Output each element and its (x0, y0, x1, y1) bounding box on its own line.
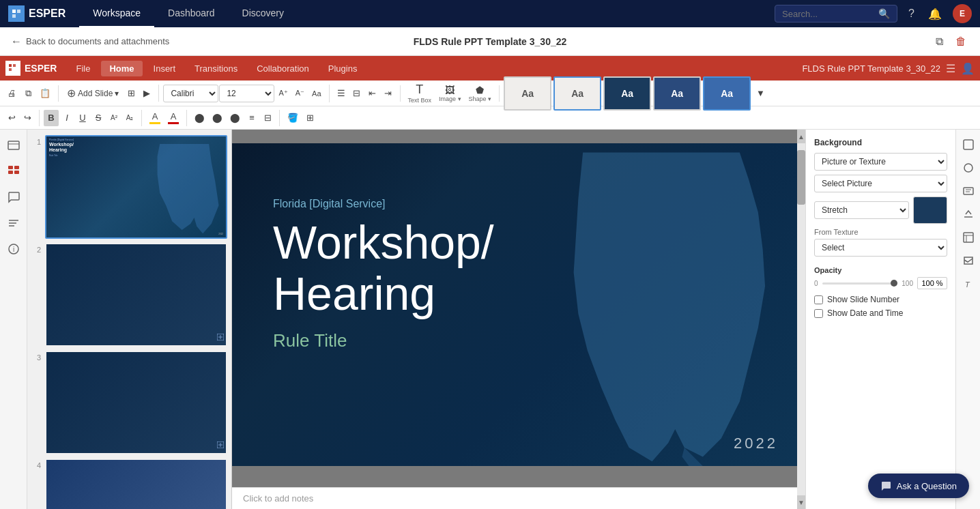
scroll-thumb[interactable] (797, 150, 805, 205)
font-decrease-btn[interactable]: A⁻ (292, 85, 308, 102)
right-icon-6[interactable] (959, 251, 978, 270)
theme-1[interactable]: Aa (504, 76, 551, 111)
slide-thumb-1[interactable]: Florida [Digital Service] Workshop/Heari… (45, 135, 227, 239)
opacity-value[interactable]: 100 % (917, 277, 947, 289)
theme-3[interactable]: Aa (603, 76, 651, 111)
opacity-slider[interactable] (822, 282, 898, 285)
theme-5[interactable]: Aa (703, 76, 751, 111)
right-icon-7[interactable]: T (959, 274, 978, 293)
ribbon-tab-insert[interactable]: Insert (145, 61, 184, 76)
slide-number-3: 3 (31, 353, 41, 362)
notifications-icon[interactable]: 🔔 (925, 5, 945, 23)
from-texture-select[interactable]: Select (814, 239, 947, 257)
add-slide-button[interactable]: ⊕ Add Slide ▾ (63, 85, 123, 102)
theme-2[interactable]: Aa (553, 76, 601, 111)
nav-tab-dashboard[interactable]: Dashboard (154, 0, 229, 27)
ribbon-tab-transitions[interactable]: Transitions (186, 61, 246, 76)
right-icon-1[interactable] (959, 135, 978, 154)
nav-tab-discovery[interactable]: Discovery (229, 0, 298, 27)
textbox-btn[interactable]: T Text Box (405, 85, 435, 102)
nav-tab-workspace[interactable]: Workspace (79, 0, 154, 27)
canvas-scrollbar[interactable]: ▲ ▼ (797, 130, 805, 509)
font-case-btn[interactable]: Aa (308, 85, 324, 102)
strikethrough-btn[interactable]: S (91, 110, 106, 126)
ribbon-user-icon[interactable]: 👤 (961, 62, 975, 75)
user-avatar[interactable]: E (953, 4, 972, 23)
right-icon-4[interactable] (959, 205, 978, 224)
font-family-select[interactable]: Calibri (163, 85, 218, 102)
ribbon-menu-icon[interactable]: ☰ (946, 62, 955, 75)
stretch-select[interactable]: Stretch (814, 201, 909, 219)
notes-area[interactable]: Click to add notes (232, 487, 805, 509)
main-slide-canvas[interactable]: Florida [Digital Service] Workshop/ Hear… (232, 143, 805, 466)
bold-btn[interactable]: B (44, 110, 59, 126)
right-icon-5[interactable] (959, 228, 978, 247)
font-color-btn[interactable]: A (164, 110, 182, 126)
ribbon-tab-plugins[interactable]: Plugins (320, 61, 366, 76)
canvas-scroll-area[interactable]: Florida [Digital Service] Workshop/ Hear… (232, 130, 805, 487)
back-link[interactable]: ← Back to documents and attachments (11, 35, 169, 48)
opacity-thumb[interactable] (891, 280, 897, 287)
thumbnails-icon[interactable] (3, 161, 24, 181)
ribbon-tab-file[interactable]: File (68, 61, 98, 76)
column-btn[interactable]: ⊟ (260, 110, 275, 126)
ribbon-tab-collaboration[interactable]: Collaboration (248, 61, 317, 76)
slide-view-btn[interactable]: ▶ (139, 85, 154, 102)
svg-rect-23 (964, 140, 973, 149)
slide-thumb-3[interactable] (45, 351, 227, 454)
number-list-btn[interactable]: ⊟ (349, 85, 364, 102)
undo-btn[interactable]: ↩ (4, 110, 19, 126)
superscript-btn[interactable]: A² (106, 110, 121, 126)
slide-layout-btn[interactable]: ⊞ (124, 85, 139, 102)
scroll-track[interactable] (797, 143, 805, 495)
align-right-btn[interactable]: ⬤ (227, 110, 244, 126)
print-btn[interactable]: 🖨 (4, 85, 20, 102)
comments-icon[interactable] (3, 187, 24, 207)
app-logo[interactable]: ESPER (8, 5, 66, 22)
search-box[interactable]: 🔍 (775, 5, 897, 23)
italic-btn[interactable]: I (59, 110, 74, 126)
right-icon-3[interactable] (959, 181, 978, 201)
indent-increase-btn[interactable]: ⇥ (381, 85, 396, 102)
font-increase-btn[interactable]: A⁺ (275, 85, 291, 102)
svg-rect-5 (9, 68, 12, 71)
delete-icon[interactable]: 🗑 (953, 34, 969, 49)
color-preview[interactable] (913, 197, 947, 224)
background-type-select[interactable]: Picture or Texture (814, 153, 947, 171)
scroll-down-btn[interactable]: ▼ (797, 495, 805, 509)
font-size-select[interactable]: 12 (219, 85, 274, 102)
copy-btn[interactable]: ⧉ (20, 85, 35, 102)
align-left-btn[interactable]: ⬤ (191, 110, 208, 126)
image-btn[interactable]: 🖼 Image ▾ (435, 85, 465, 102)
themes-expand-btn[interactable]: ▼ (753, 85, 768, 102)
search-input[interactable] (782, 9, 874, 19)
redo-btn[interactable]: ↪ (20, 110, 35, 126)
help-icon[interactable]: ? (906, 5, 917, 23)
ask-question-button[interactable]: Ask a Question (868, 474, 969, 498)
shape-btn[interactable]: ⬟ Shape ▾ (465, 85, 495, 102)
ribbon-tab-home[interactable]: Home (101, 61, 142, 76)
slide-thumb-2[interactable] (45, 243, 227, 347)
underline-btn[interactable]: U (75, 110, 90, 126)
align-center-btn[interactable]: ⬤ (209, 110, 226, 126)
scroll-up-btn[interactable]: ▲ (797, 130, 805, 143)
line-spacing-btn[interactable]: ≡ (244, 110, 259, 126)
copy-icon[interactable]: ⧉ (933, 34, 946, 49)
info-icon[interactable]: i (3, 239, 24, 259)
paste-btn[interactable]: 📋 (36, 85, 54, 102)
outline-icon[interactable] (3, 213, 24, 233)
select-picture-select[interactable]: Select Picture (814, 175, 947, 192)
right-icon-2[interactable] (959, 158, 978, 177)
indent-decrease-btn[interactable]: ⇤ (365, 85, 380, 102)
highlight-color-btn[interactable]: A (146, 110, 164, 126)
subscript-btn[interactable]: A₂ (122, 110, 137, 126)
show-slide-number-checkbox[interactable] (814, 295, 823, 304)
back-text: Back to documents and attachments (26, 36, 169, 46)
show-date-time-checkbox[interactable] (814, 309, 823, 318)
bullet-list-btn[interactable]: ☰ (334, 85, 349, 102)
arrange-btn[interactable]: ⊞ (302, 110, 317, 126)
fill-btn[interactable]: 🪣 (284, 110, 302, 126)
slides-icon[interactable] (3, 135, 24, 156)
theme-4[interactable]: Aa (653, 76, 701, 111)
slide-thumb-4[interactable] (45, 459, 227, 509)
